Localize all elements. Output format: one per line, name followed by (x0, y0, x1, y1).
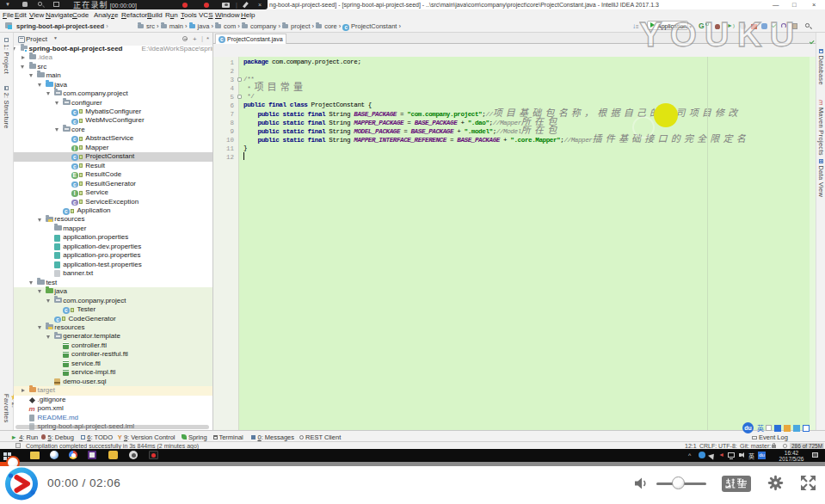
svg-text:YOUKU: YOUKU (639, 15, 802, 53)
